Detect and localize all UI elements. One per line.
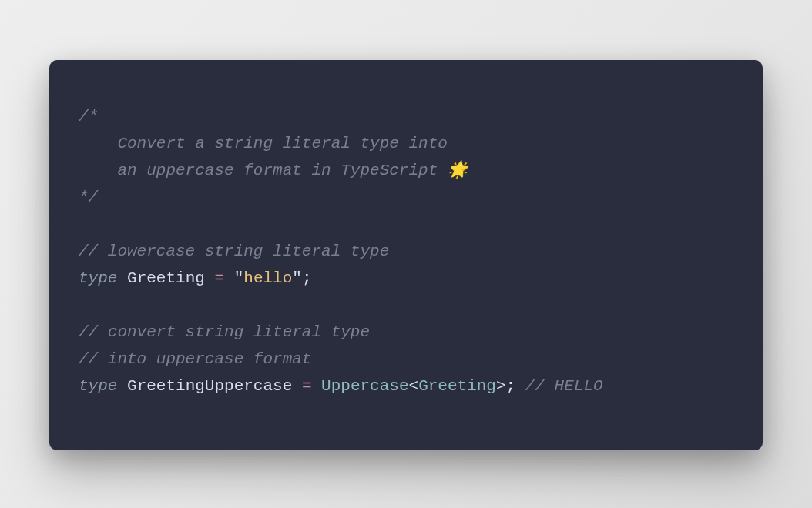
semicolon: ; — [506, 377, 516, 395]
comment-text: // into uppercase format — [79, 350, 311, 368]
comment-line: // lowercase string literal type — [79, 238, 733, 265]
code-snippet-card: /* Convert a string literal type into an… — [49, 60, 763, 450]
semicolon: ; — [302, 269, 312, 287]
comment-line: // convert string literal type — [79, 319, 733, 346]
comment-line: // into uppercase format — [79, 346, 733, 373]
keyword-type: type — [79, 377, 117, 395]
blank-line — [79, 292, 733, 319]
quote: " — [292, 269, 302, 287]
comment-text: /* — [79, 108, 98, 125]
angle-close: > — [496, 377, 506, 395]
comment-block-line: Convert a string literal type into — [79, 130, 733, 157]
comment-text: */ — [79, 189, 98, 206]
quote: " — [234, 269, 244, 287]
generic-argument: Greeting — [418, 377, 496, 395]
type-identifier: Greeting — [127, 269, 205, 287]
comment-text: // lowercase string literal type — [79, 242, 389, 260]
equals-operator: = — [292, 377, 321, 395]
type-declaration-line: type Greeting = "hello"; — [79, 265, 733, 292]
comment-text: an uppercase format in TypeScript 🌟 — [79, 162, 468, 179]
utility-type: Uppercase — [321, 377, 408, 395]
comment-block-open: /* — [79, 103, 733, 130]
keyword-type: type — [79, 269, 117, 287]
type-declaration-line: type GreetingUppercase = Uppercase<Greet… — [79, 373, 733, 399]
trailing-comment: // HELLO — [525, 377, 603, 395]
comment-text: // convert string literal type — [79, 323, 370, 341]
type-identifier: GreetingUppercase — [127, 377, 292, 395]
comment-block-line: an uppercase format in TypeScript 🌟 — [79, 157, 733, 184]
string-literal: hello — [243, 269, 292, 287]
equals-operator: = — [205, 269, 234, 287]
blank-line — [79, 211, 733, 238]
comment-text: Convert a string literal type into — [79, 135, 448, 152]
angle-open: < — [409, 377, 419, 395]
comment-block-close: */ — [79, 184, 733, 211]
